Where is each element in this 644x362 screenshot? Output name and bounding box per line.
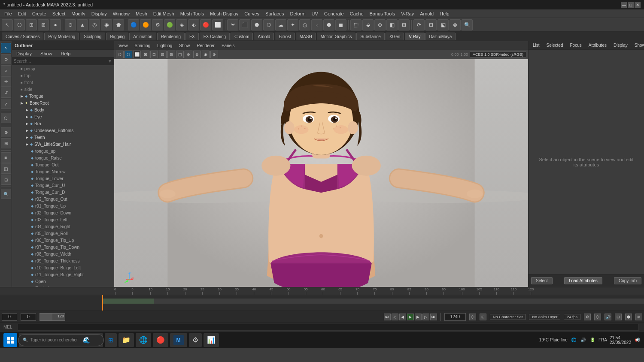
start-frame-input[interactable]: 0 [2, 313, 17, 321]
tab-bifrost[interactable]: Bifrost [275, 33, 295, 40]
toolbar-btn-15[interactable]: ◈ [176, 19, 187, 30]
toolbar-btn-6[interactable]: ⊙ [65, 19, 76, 30]
skip-to-end-btn[interactable]: ⏭ [430, 314, 437, 320]
select-button[interactable]: Select [531, 277, 553, 284]
outliner-item[interactable]: ◆Tongue_Out [12, 161, 114, 168]
search-taskbar-btn[interactable]: 🔍 Taper ici pour rechercher 🌊 [19, 333, 103, 347]
vp-btn-7[interactable]: ⊞ [167, 51, 175, 58]
soft-mod-btn[interactable]: ⊛ [1, 127, 11, 137]
outliner-item[interactable]: ◆r06_Tongue_Tip_Up [12, 237, 114, 244]
attr-menu-selected[interactable]: Selected [545, 43, 565, 48]
menu-display[interactable]: Display [89, 9, 109, 18]
rotate-tool-btn[interactable]: ↺ [1, 87, 11, 98]
toolbar-btn-35[interactable]: ⊟ [425, 19, 437, 30]
renderer-selector[interactable]: ACES 1.0 SDR-video (sRGB) [470, 51, 526, 57]
tab-poly-modeling[interactable]: Poly Modeling [44, 33, 79, 40]
attr-menu-attributes[interactable]: Attributes [587, 43, 608, 48]
outliner-item[interactable]: ■top [12, 72, 114, 79]
outliner-item[interactable]: ▶◆Teeth [12, 134, 114, 141]
menu-bonus-tools[interactable]: Bonus Tools [367, 9, 398, 18]
list-btn[interactable]: ≡ [1, 152, 11, 163]
close-button[interactable]: ✕ [635, 2, 641, 8]
outliner-item[interactable]: ◆tongue_Raise [12, 154, 114, 161]
tl-btn-3[interactable]: ⬡ [594, 314, 601, 320]
attr2-btn[interactable]: ⊟ [1, 175, 11, 185]
maya-btn[interactable]: M [170, 333, 187, 347]
outliner-search-input[interactable] [14, 59, 108, 63]
toolbar-btn-26[interactable]: ⬦ [311, 19, 322, 30]
viewport-menu-shading[interactable]: Shading [133, 43, 152, 48]
skip-to-start-btn[interactable]: ⏮ [384, 314, 391, 320]
tab-daztomaya[interactable]: DazToMaya [425, 33, 456, 40]
menu-help[interactable]: Help [437, 9, 452, 18]
toolbar-btn-8[interactable]: ◎ [89, 19, 100, 30]
network-icon[interactable]: 🌐 [570, 337, 577, 344]
select-tool-btn[interactable]: ↖ [1, 43, 11, 53]
outliner-item[interactable]: ◆Tongue_Lower [12, 175, 114, 182]
toolbar-btn-21[interactable]: ⬣ [251, 19, 262, 30]
frame-slider[interactable]: 120 [39, 313, 65, 321]
tab-fx[interactable]: FX [185, 33, 199, 40]
menu-uv[interactable]: UV [309, 9, 321, 18]
outliner-item[interactable]: ▶◆Body [12, 106, 114, 113]
outliner-item[interactable]: ◆r03_Tongue_Left [12, 216, 114, 223]
toolbar-btn-20[interactable]: ⬛ [239, 19, 250, 30]
attr-menu-display[interactable]: Display [612, 43, 629, 48]
toolbar-btn-34[interactable]: ⟳ [413, 19, 425, 30]
menu-mesh-tools[interactable]: Mesh Tools [178, 9, 207, 18]
toolbar-btn-27[interactable]: ⬢ [323, 19, 334, 30]
tl-icon-2[interactable]: ⊞ [480, 314, 486, 320]
outliner-item[interactable]: ▶✦BoneRoot [12, 100, 114, 106]
viewport-menu-lighting[interactable]: Lighting [155, 43, 174, 48]
current-frame-input[interactable]: 0 [21, 313, 36, 321]
outliner-item[interactable]: ◆r05_Tongue_Roll [12, 230, 114, 237]
toolbar-btn-33[interactable]: ⊞ [398, 19, 410, 30]
toolbar-btn-25[interactable]: ◷ [299, 19, 310, 30]
tab-curves-surfaces[interactable]: Curves / Surfaces [2, 33, 43, 40]
outliner-menu-show[interactable]: Show [38, 49, 55, 58]
3d-viewport-scene[interactable]: Y X Z [114, 59, 528, 287]
tl-settings-btn[interactable]: ⚙ [584, 314, 591, 320]
menu-select[interactable]: Select [50, 9, 68, 18]
menu-vray[interactable]: V-Ray [398, 9, 416, 18]
menu-edit-mesh[interactable]: Edit Mesh [151, 9, 177, 18]
outliner-item[interactable]: ◆r02_Tongue_Down [12, 209, 114, 216]
range-input[interactable] [444, 313, 466, 321]
menu-window[interactable]: Window [110, 9, 132, 18]
next-frame-btn[interactable]: ▶ [415, 314, 422, 320]
taskbar-btn-7[interactable]: 📊 [204, 333, 219, 347]
tl-btn-5[interactable]: ⊟ [615, 314, 622, 320]
grid-btn[interactable]: ⊞ [1, 138, 11, 148]
toolbar-btn-9[interactable]: ◉ [101, 19, 112, 30]
toolbar-btn-36[interactable]: ⬕ [437, 19, 449, 30]
vp-btn-1[interactable]: ⬡ [116, 51, 124, 58]
toolbar-btn-32[interactable]: ◧ [386, 19, 398, 30]
toolbar-btn-24[interactable]: ✦ [287, 19, 298, 30]
tab-vray[interactable]: V-Ray [405, 33, 424, 40]
play-forward-btn[interactable]: ▶ [407, 314, 414, 320]
outliner-item[interactable]: ■persp [12, 65, 114, 72]
lasso-tool-btn[interactable]: ○ [1, 65, 11, 75]
toolbar-btn-38[interactable]: 🔍 [462, 19, 473, 30]
tab-custom[interactable]: Custom [231, 33, 253, 40]
toolbar-btn-10[interactable]: ⬟ [113, 19, 124, 30]
paint-tool-btn[interactable]: ⊙ [1, 54, 11, 64]
toolbar-btn-12[interactable]: 🟠 [140, 19, 151, 30]
tab-sculpting[interactable]: Sculpting [80, 33, 105, 40]
viewport-menu-show[interactable]: Show [177, 43, 191, 48]
menu-mesh-display[interactable]: Mesh Display [207, 9, 241, 18]
tl-audio-btn[interactable]: 🔊 [605, 314, 611, 320]
menu-modify[interactable]: Modify [69, 9, 88, 18]
volume-icon[interactable]: 🔊 [580, 337, 586, 344]
settings-btn[interactable]: ⚙ [189, 333, 202, 347]
menu-edit[interactable]: Edit [15, 9, 29, 18]
start-button[interactable] [3, 333, 17, 347]
outliner-item[interactable]: ◆r07_Tongue_Tip_Down [12, 244, 114, 250]
vp-btn-9[interactable]: ⊜ [185, 51, 192, 58]
menu-create[interactable]: Create [30, 9, 49, 18]
timeline-content[interactable] [102, 295, 644, 311]
prev-key-btn[interactable]: ◁ [392, 314, 398, 320]
vp-btn-5[interactable]: ⊡ [150, 51, 158, 58]
outliner-item[interactable]: ◆r09_Tongue_Thickness [12, 257, 114, 264]
outliner-item[interactable]: ◆Tongue_Curl_U [12, 182, 114, 189]
